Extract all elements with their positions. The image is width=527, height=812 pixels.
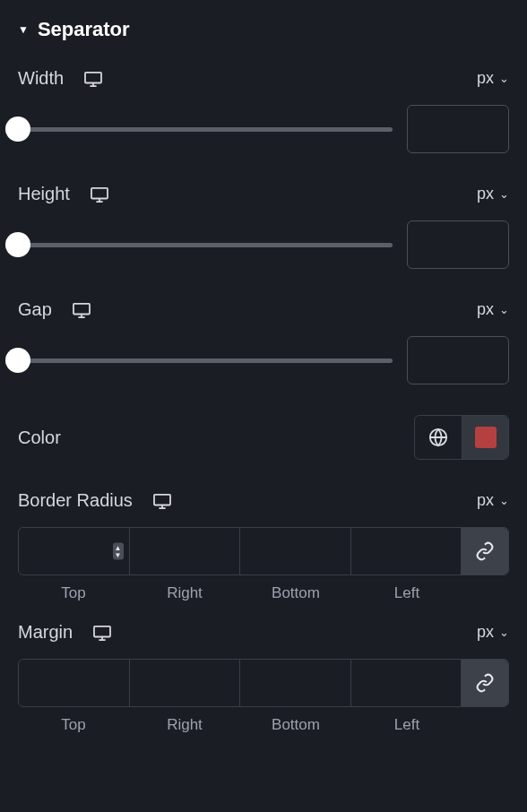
chevron-down-icon: ⌄	[499, 626, 509, 639]
chevron-down-icon: ⌄	[499, 303, 509, 316]
svg-rect-6	[73, 303, 90, 314]
chevron-down-icon: ⌄	[499, 187, 509, 201]
height-input[interactable]	[407, 220, 509, 269]
svg-rect-3	[91, 187, 108, 198]
border-radius-bottom-input[interactable]	[240, 528, 350, 574]
width-control: Width px ⌄	[18, 68, 509, 153]
svg-rect-14	[94, 626, 110, 636]
side-label-top: Top	[18, 716, 129, 734]
desktop-icon[interactable]	[83, 71, 103, 87]
side-label-bottom: Bottom	[240, 584, 351, 602]
desktop-icon[interactable]	[92, 625, 112, 641]
slider-thumb[interactable]	[5, 348, 30, 373]
side-label-left: Left	[351, 584, 462, 602]
width-unit-selector[interactable]: px ⌄	[477, 69, 509, 88]
section-title: Separator	[38, 18, 130, 41]
link-icon	[475, 673, 495, 693]
spinner-up-icon[interactable]: ▲	[115, 545, 122, 551]
margin-label: Margin	[18, 622, 73, 643]
width-input[interactable]	[407, 105, 509, 153]
slider-thumb[interactable]	[5, 117, 30, 142]
spinner-down-icon[interactable]: ▼	[115, 552, 122, 558]
svg-rect-0	[85, 72, 101, 82]
border-radius-control: Border Radius px ⌄ ▲ ▼	[18, 490, 509, 602]
border-radius-unit-selector[interactable]: px ⌄	[477, 491, 509, 510]
desktop-icon[interactable]	[152, 493, 172, 509]
caret-down-icon: ▼	[18, 23, 29, 36]
unit-label: px	[477, 69, 494, 88]
globe-icon	[428, 428, 448, 447]
width-label: Width	[18, 68, 64, 89]
svg-rect-11	[154, 494, 170, 505]
margin-left-input[interactable]	[351, 660, 462, 706]
color-control: Color	[18, 415, 509, 460]
margin-control: Margin px ⌄ Top Right Bot	[18, 622, 509, 734]
gap-label: Gap	[18, 299, 52, 320]
unit-label: px	[477, 300, 494, 319]
height-unit-selector[interactable]: px ⌄	[477, 185, 509, 203]
desktop-icon[interactable]	[90, 186, 109, 203]
link-values-button[interactable]	[462, 528, 508, 574]
margin-bottom-input[interactable]	[240, 660, 350, 706]
color-swatch	[475, 427, 497, 448]
color-label: Color	[18, 428, 61, 448]
color-swatch-button[interactable]	[462, 416, 508, 459]
side-label-bottom: Bottom	[240, 716, 351, 734]
side-label-right: Right	[129, 584, 240, 602]
gap-slider[interactable]	[18, 348, 393, 373]
global-color-button[interactable]	[415, 416, 462, 459]
height-control: Height px ⌄	[18, 184, 509, 269]
unit-label: px	[477, 491, 494, 510]
chevron-down-icon: ⌄	[499, 494, 509, 507]
link-icon	[475, 541, 495, 561]
unit-label: px	[477, 185, 494, 203]
gap-unit-selector[interactable]: px ⌄	[477, 300, 509, 319]
link-values-button[interactable]	[462, 660, 508, 706]
chevron-down-icon: ⌄	[499, 72, 509, 85]
border-radius-label: Border Radius	[18, 490, 133, 511]
height-label: Height	[18, 184, 70, 204]
margin-top-input[interactable]	[19, 660, 129, 706]
side-label-top: Top	[18, 584, 129, 602]
side-label-left: Left	[351, 716, 462, 734]
unit-label: px	[477, 623, 494, 642]
gap-input[interactable]	[407, 336, 509, 384]
margin-unit-selector[interactable]: px ⌄	[477, 623, 509, 642]
border-radius-left-input[interactable]	[351, 528, 462, 574]
slider-thumb[interactable]	[5, 232, 30, 257]
height-slider[interactable]	[18, 232, 393, 257]
margin-right-input[interactable]	[130, 660, 240, 706]
width-slider[interactable]	[18, 117, 393, 142]
gap-control: Gap px ⌄	[18, 299, 509, 384]
section-header[interactable]: ▼ Separator	[18, 18, 509, 41]
number-spinner[interactable]: ▲ ▼	[113, 543, 124, 560]
border-radius-right-input[interactable]	[130, 528, 240, 574]
side-label-right: Right	[129, 716, 240, 734]
desktop-icon[interactable]	[72, 302, 91, 318]
